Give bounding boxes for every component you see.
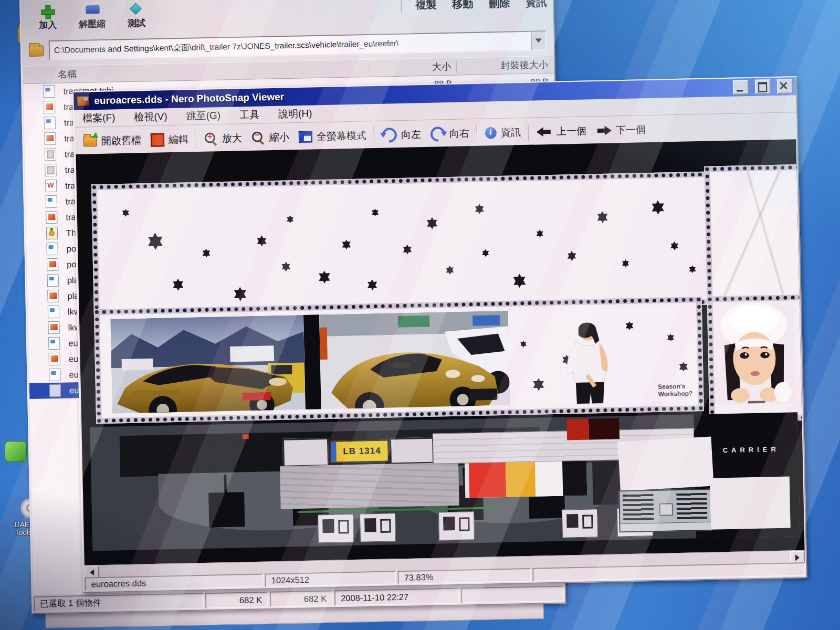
toolbar-separator: [476, 124, 478, 142]
marker-light: [243, 434, 249, 439]
toolbar-zout-button[interactable]: 縮小: [247, 128, 295, 147]
edit-icon: [151, 133, 165, 147]
toolbar-zin-button[interactable]: 放大: [200, 129, 247, 148]
button-label: 加入: [39, 19, 57, 32]
workshop-caption: Season's Workshop?: [658, 382, 692, 397]
toolbar-prev-button[interactable]: 上一個: [531, 122, 591, 141]
chevron-down-icon: [536, 38, 542, 43]
photo-girl-panel: Season's Workshop?: [508, 307, 698, 405]
star-field: [97, 177, 708, 312]
image-canvas[interactable]: Season's Workshop?: [76, 139, 805, 566]
path-text[interactable]: C:\Documents and Settings\kent\桌面\drift_…: [50, 35, 531, 56]
star-of-david: [688, 265, 696, 273]
button-label: 全螢幕模式: [317, 129, 367, 143]
file-icon-pine: [46, 227, 58, 239]
weathered-box: [280, 463, 459, 509]
file-icon-img: [47, 258, 58, 271]
zin-icon: [204, 132, 218, 146]
star-of-david: [286, 215, 294, 223]
file-icon-text: [45, 180, 57, 192]
plate-holder-left: [282, 438, 329, 467]
maximize-button[interactable]: [755, 79, 771, 94]
file-icon-doc: [48, 306, 59, 318]
status-size: 682 K: [205, 592, 269, 608]
star-of-david: [233, 287, 248, 301]
texture-star-band: [91, 172, 713, 318]
sevenzip-test-button[interactable]: 測試: [123, 2, 150, 30]
part-label: [318, 514, 354, 543]
star-of-david: [667, 333, 675, 341]
column-packed-size[interactable]: 封裝後大小: [457, 58, 553, 73]
sevenzip-add-button[interactable]: 加入: [34, 4, 61, 33]
sevenzip-action-button[interactable]: 複製: [415, 0, 437, 12]
menu-item[interactable]: 工具: [239, 108, 260, 122]
magnifier-handle: [212, 141, 217, 146]
minimize-button[interactable]: [733, 80, 749, 95]
file-icon-img: [46, 211, 57, 224]
button-label: 向右: [449, 127, 470, 141]
triangle-left-icon: [90, 569, 94, 575]
toolbar-open-button[interactable]: 開啟舊檔: [79, 131, 146, 151]
sevenzip-toolbar-left: 加入解壓縮測試: [34, 2, 150, 32]
swatch-black: [562, 461, 587, 496]
button-label: 放大: [222, 131, 243, 145]
file-icon-img: [47, 290, 59, 302]
license-plate: LB 1314: [330, 440, 389, 463]
path-dropdown-button[interactable]: [531, 32, 545, 50]
grille-center: [659, 503, 673, 516]
toolbar-rotl-button[interactable]: 向左: [377, 125, 426, 145]
close-button[interactable]: [777, 79, 793, 94]
button-label: 測試: [128, 17, 145, 29]
nero-photosnap-window: euroacres.dds - Nero PhotoSnap Viewer 檔案…: [72, 76, 807, 593]
grille-label: [620, 522, 710, 532]
texture-portrait-panel: [707, 295, 804, 423]
file-icon-doc: [48, 337, 60, 350]
file-icon-doc: [46, 243, 58, 255]
path-combobox[interactable]: C:\Documents and Settings\kent\桌面\drift_…: [49, 30, 547, 60]
vent-slats: [623, 494, 654, 522]
status-zoom: 73.83%: [397, 568, 531, 584]
file-icon-sel: [49, 384, 61, 397]
triangle-right-icon: [795, 554, 800, 561]
sevenzip-action-button[interactable]: 刪除: [489, 0, 510, 10]
file-icon-frame: [45, 148, 56, 161]
toolbar-info-button[interactable]: 資訊: [480, 123, 526, 142]
star-of-david: [650, 200, 665, 215]
mudflap: [208, 492, 245, 527]
button-label: 上一個: [556, 124, 587, 139]
star-of-david: [566, 251, 576, 261]
folder-icon: [29, 45, 44, 57]
star-of-david: [475, 204, 485, 214]
star-of-david: [678, 362, 688, 372]
column-size[interactable]: 大小: [370, 60, 457, 75]
status-modified: 2008-11-10 22:27: [334, 588, 460, 606]
menu-item[interactable]: 檢視(V): [134, 110, 167, 124]
status-packed: 682 K: [270, 590, 333, 607]
menu-item[interactable]: 檔案(F): [82, 111, 116, 125]
toolbar-full-button[interactable]: 全螢幕模式: [294, 127, 372, 146]
star-of-david: [281, 261, 291, 271]
crease-lines: [710, 170, 804, 297]
sevenzip-toolbar-right: 複製移動刪除資訊: [401, 0, 547, 13]
sevenzip-action-button[interactable]: 移動: [452, 0, 474, 12]
sevenzip-extract-button[interactable]: 解壓縮: [74, 3, 110, 32]
toolbar-next-button[interactable]: 下一個: [591, 121, 650, 140]
swatch-amber: [506, 462, 536, 497]
menu-item[interactable]: 跳至(G): [186, 109, 220, 123]
menu-item[interactable]: 說明(H): [278, 107, 312, 121]
toolbar-rotr-button[interactable]: 向右: [425, 124, 474, 144]
swatch-red: [469, 463, 506, 498]
screen-photo: sho新TAYLDnSSHSeEchoEFRCSetup_DAEMON Tool…: [0, 0, 840, 630]
star-of-david: [481, 249, 489, 257]
star-of-david: [318, 270, 331, 284]
button-label: 縮小: [269, 130, 290, 144]
euro-band: [331, 442, 337, 462]
sevenzip-action-button[interactable]: 資訊: [526, 0, 547, 10]
toolbar-separator: [374, 127, 375, 144]
film-gap: [303, 314, 321, 410]
status-empty: [461, 586, 564, 604]
toolbar-separator: [196, 130, 197, 148]
white-panel: [710, 477, 791, 530]
star-of-david: [536, 229, 543, 237]
toolbar-edit-button[interactable]: 編輯: [146, 130, 194, 149]
